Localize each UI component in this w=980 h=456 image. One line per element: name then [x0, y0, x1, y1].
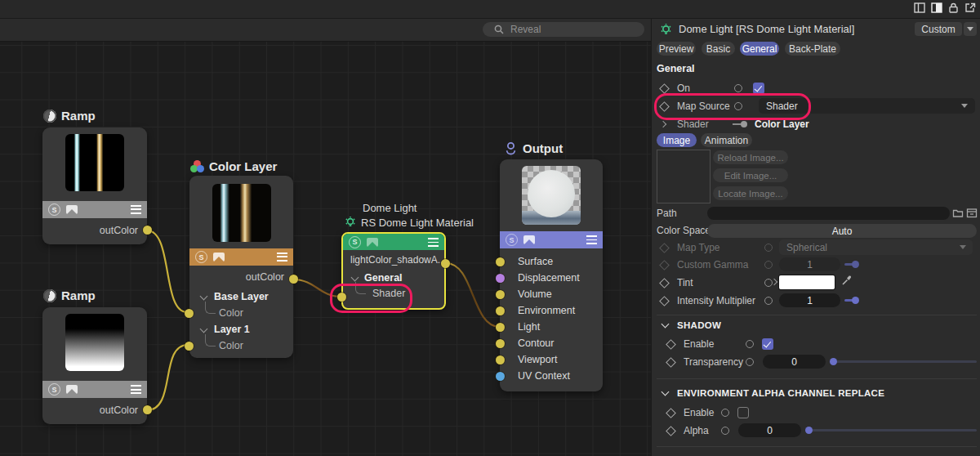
keyframe-diamond[interactable]: [666, 339, 676, 350]
node-ramp2[interactable]: S outColor: [42, 307, 147, 424]
tint-color-swatch[interactable]: [779, 275, 835, 289]
color-space-button[interactable]: Auto: [707, 224, 977, 238]
animation-circle[interactable]: [734, 102, 742, 110]
alpha-value[interactable]: 0: [738, 423, 801, 437]
port-row[interactable]: Volume: [500, 286, 603, 302]
alpha-slider-handle[interactable]: [805, 427, 813, 434]
folder-icon[interactable]: [952, 207, 964, 221]
wire-domelight-to-light[interactable]: [446, 263, 500, 327]
displacement-port[interactable]: [496, 274, 505, 283]
volume-port[interactable]: [496, 290, 505, 299]
ramp1-outcolor-port[interactable]: [143, 226, 152, 235]
reload-image-button[interactable]: Reload Image...: [713, 150, 788, 164]
edit-image-button[interactable]: Edit Image...: [713, 168, 788, 182]
shader-value[interactable]: Color Layer: [755, 117, 809, 132]
domelight-shader-port[interactable]: [337, 293, 346, 302]
intensity-slider-handle[interactable]: [852, 297, 859, 304]
chevron-right-icon[interactable]: [660, 121, 666, 127]
node-graph-canvas[interactable]: Ramp S outColor Ramp S: [0, 42, 651, 456]
uv-context-port[interactable]: [496, 372, 505, 381]
port-row[interactable]: Environment: [500, 302, 603, 319]
node-dome-light[interactable]: S lightColor_shadowA... General Shader: [341, 232, 446, 310]
alpha-slider-track[interactable]: [808, 429, 977, 431]
map-source-dropdown[interactable]: Shader: [759, 98, 975, 114]
animation-circle[interactable]: [746, 358, 754, 366]
chevron-down-icon[interactable]: [662, 320, 670, 329]
node-title-ramp1[interactable]: Ramp: [43, 109, 96, 123]
env-section-title[interactable]: ENVIRONMENT ALPHA CHANNEL REPLACE: [677, 386, 884, 400]
port-row[interactable]: Contour: [500, 335, 603, 351]
float-window-icon[interactable]: [964, 2, 976, 13]
chevron-down-icon[interactable]: [200, 293, 208, 301]
surface-port[interactable]: [496, 257, 505, 266]
on-checkbox[interactable]: [753, 83, 764, 94]
wire-colorlayer-to-shader[interactable]: [293, 279, 341, 297]
port-row[interactable]: UV Context: [500, 368, 603, 384]
shader-input-row[interactable]: Shader: [343, 285, 444, 302]
preset-dropdown[interactable]: Custom: [915, 22, 962, 36]
node-ramp1[interactable]: S outColor: [42, 127, 147, 244]
layer1-color-port[interactable]: [185, 342, 194, 351]
node-title-output[interactable]: Output: [504, 141, 563, 155]
tab-back-plate[interactable]: Back-Plate: [785, 42, 840, 56]
split-pane-icon[interactable]: [914, 2, 925, 13]
path-field[interactable]: [707, 207, 950, 220]
eyedropper-icon[interactable]: [841, 275, 853, 289]
port-row[interactable]: Viewport: [500, 351, 603, 368]
menu-icon[interactable]: [131, 385, 141, 394]
keyframe-diamond[interactable]: [666, 426, 676, 436]
wire-ramp1-to-baselayer[interactable]: [147, 230, 187, 312]
solo-pane-icon[interactable]: [931, 2, 942, 13]
domelight-output-port[interactable]: [441, 259, 450, 268]
intensity-value[interactable]: 1: [779, 293, 840, 307]
baselayer-color-port[interactable]: [185, 309, 194, 318]
menu-icon[interactable]: [277, 253, 287, 262]
wire-ramp2-to-layer1[interactable]: [147, 345, 188, 410]
menu-icon[interactable]: [428, 238, 439, 247]
tab-animation[interactable]: Animation: [701, 133, 752, 147]
viewport-port[interactable]: [496, 355, 505, 364]
preset-dropdown-arrow[interactable]: [964, 22, 977, 36]
shadow-enable-checkbox[interactable]: [762, 338, 773, 350]
transparency-slider-handle[interactable]: [830, 358, 837, 365]
node-title-dome-light[interactable]: RS Dome Light Material: [344, 216, 474, 229]
search-input[interactable]: Reveal: [483, 22, 644, 37]
animation-circle[interactable]: [721, 427, 729, 435]
menu-icon[interactable]: [131, 205, 141, 214]
tab-preview[interactable]: Preview: [657, 42, 696, 56]
node-title-color-layer[interactable]: Color Layer: [190, 159, 277, 173]
animation-circle[interactable]: [734, 84, 742, 92]
animation-circle[interactable]: [721, 409, 729, 417]
light-port[interactable]: [496, 323, 505, 332]
chevron-down-icon[interactable]: [662, 388, 670, 396]
archive-box-icon[interactable]: [966, 207, 978, 221]
chevron-down-icon[interactable]: [200, 325, 208, 333]
node-title-ramp2[interactable]: Ramp: [43, 288, 96, 302]
tab-image[interactable]: Image: [657, 133, 697, 147]
layer1-color-row[interactable]: Color: [189, 338, 293, 354]
shadow-section-title[interactable]: SHADOW: [677, 318, 721, 333]
image-preview-box[interactable]: [657, 150, 710, 203]
keyframe-diamond[interactable]: [666, 357, 676, 368]
keyframe-diamond[interactable]: [659, 278, 670, 288]
port-row[interactable]: Surface: [500, 253, 603, 270]
tab-general[interactable]: General: [740, 42, 779, 56]
tab-basic[interactable]: Basic: [702, 42, 735, 56]
environment-port[interactable]: [496, 306, 505, 315]
keyframe-diamond[interactable]: [659, 101, 670, 112]
menu-icon[interactable]: [586, 235, 597, 244]
colorlayer-outcolor-port[interactable]: [289, 275, 298, 284]
animation-circle[interactable]: [746, 340, 754, 348]
base-layer-color-row[interactable]: Color: [189, 305, 293, 321]
ramp2-outcolor-port[interactable]: [143, 405, 152, 414]
keyframe-diamond[interactable]: [659, 83, 670, 94]
transparency-value[interactable]: 0: [763, 355, 826, 369]
locate-image-button[interactable]: Locate Image...: [713, 186, 788, 200]
animation-circle[interactable]: [764, 297, 773, 305]
node-output[interactable]: S Surface Displacement Volume Environmen…: [500, 159, 603, 391]
keyframe-diamond[interactable]: [659, 296, 670, 306]
lock-icon[interactable]: [948, 2, 959, 13]
chevron-down-icon[interactable]: [351, 274, 359, 282]
port-row[interactable]: Displacement: [500, 270, 603, 286]
keyframe-diamond[interactable]: [666, 408, 676, 418]
